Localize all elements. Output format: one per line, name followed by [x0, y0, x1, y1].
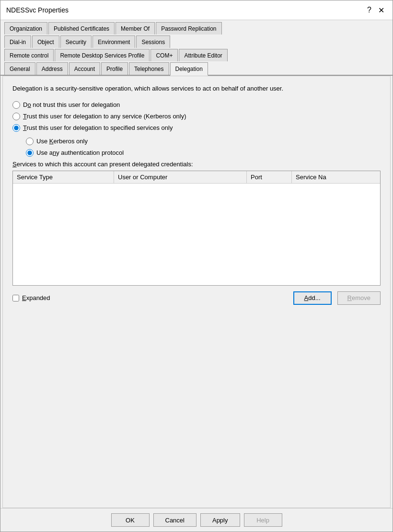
- remove-button-label: Remove: [347, 294, 370, 301]
- tabs-container: Organization Published Certificates Memb…: [0, 20, 393, 76]
- tab-remote-control[interactable]: Remote control: [4, 49, 54, 61]
- radio-do-not-trust[interactable]: Do not trust this user for delegation: [12, 101, 381, 109]
- radio-trust-specified[interactable]: Trust this user for delegation to specif…: [12, 124, 381, 132]
- title-bar-right: ? ✕: [367, 4, 387, 16]
- apply-button[interactable]: Apply: [200, 513, 240, 527]
- radio-any-auth-label: Use any authentication protocol: [36, 149, 124, 156]
- tab-row-2: Dial-in Object Security Environment Sess…: [4, 35, 389, 48]
- services-label-s: S: [12, 161, 17, 168]
- title-bar-left: NDESSvc Properties: [6, 6, 69, 14]
- remove-button[interactable]: Remove: [337, 291, 381, 305]
- tab-row-4: General Address Account Profile Telephon…: [4, 62, 389, 75]
- sub-radio-group: Use Kerberos only Use any authentication…: [26, 138, 381, 157]
- radio-any-auth-input[interactable]: [26, 149, 34, 157]
- tab-attribute-editor[interactable]: Attribute Editor: [179, 49, 227, 61]
- col-service-type: Service Type: [13, 171, 114, 184]
- col-port: Port: [247, 171, 292, 184]
- tab-account[interactable]: Account: [69, 62, 100, 75]
- radio-trust-any-input[interactable]: [12, 113, 20, 120]
- tab-delegation[interactable]: Delegation: [170, 62, 208, 76]
- table-body: [13, 183, 380, 269]
- tab-row-3: Remote control Remote Desktop Services P…: [4, 49, 389, 61]
- radio-kerberos-only-input[interactable]: [26, 138, 34, 145]
- bottom-controls: Expanded Add... Remove: [12, 291, 381, 305]
- dialog-window: NDESSvc Properties ? ✕ Organization Publ…: [0, 0, 393, 532]
- services-label: Services to which this account can prese…: [12, 161, 381, 168]
- tab-address[interactable]: Address: [36, 62, 68, 75]
- tab-com-plus[interactable]: COM+: [150, 49, 178, 61]
- services-table-wrapper[interactable]: Service Type User or Computer Port Servi…: [12, 171, 381, 286]
- radio-any-auth[interactable]: Use any authentication protocol: [26, 149, 381, 157]
- table-header-row: Service Type User or Computer Port Servi…: [13, 171, 380, 184]
- tab-password-replication[interactable]: Password Replication: [156, 22, 221, 35]
- tab-telephones[interactable]: Telephones: [129, 62, 169, 75]
- radio-do-not-trust-input[interactable]: [12, 101, 20, 109]
- ok-button[interactable]: OK: [111, 513, 150, 527]
- tab-remote-desktop-services-profile[interactable]: Remote Desktop Services Profile: [55, 49, 150, 61]
- radio-kerberos-only[interactable]: Use Kerberos only: [26, 138, 381, 145]
- tab-object[interactable]: Object: [32, 35, 59, 48]
- radio-do-not-trust-label: Do not trust this user for delegation: [23, 101, 120, 108]
- tab-member-of[interactable]: Member Of: [116, 22, 155, 35]
- tab-dial-in[interactable]: Dial-in: [4, 35, 31, 48]
- expanded-checkbox-label[interactable]: Expanded: [12, 294, 50, 301]
- radio-trust-any-label: Trust this user for delegation to any se…: [23, 113, 186, 120]
- radio-trust-specified-label: Trust this user for delegation to specif…: [23, 124, 173, 131]
- title-bar: NDESSvc Properties ? ✕: [0, 0, 393, 20]
- tab-profile[interactable]: Profile: [101, 62, 128, 75]
- table-empty-row: [13, 183, 380, 269]
- tab-environment[interactable]: Environment: [92, 35, 135, 48]
- col-service-name: Service Na: [292, 171, 380, 184]
- help-icon[interactable]: ?: [367, 6, 371, 14]
- add-button-label: Add...: [304, 294, 321, 301]
- tab-security[interactable]: Security: [60, 35, 92, 48]
- radio-trust-specified-input[interactable]: [12, 124, 20, 132]
- radio-kerberos-only-label: Use Kerberos only: [36, 138, 88, 145]
- expanded-label: Expanded: [22, 294, 50, 301]
- tab-published-certificates[interactable]: Published Certificates: [48, 22, 115, 35]
- services-table: Service Type User or Computer Port Servi…: [13, 171, 380, 270]
- cancel-button[interactable]: Cancel: [153, 513, 196, 527]
- col-user-or-computer: User or Computer: [114, 171, 247, 184]
- delegation-radio-group: Do not trust this user for delegation Tr…: [12, 101, 381, 132]
- add-button[interactable]: Add...: [293, 291, 332, 305]
- dialog-footer: OK Cancel Apply Help: [0, 508, 393, 532]
- close-button[interactable]: ✕: [375, 4, 387, 16]
- window-title: NDESSvc Properties: [6, 6, 69, 14]
- tab-organization[interactable]: Organization: [4, 22, 47, 35]
- help-button[interactable]: Help: [244, 513, 282, 527]
- expanded-checkbox[interactable]: [12, 295, 19, 301]
- description-text: Delegation is a security-sensitive opera…: [12, 84, 381, 93]
- tab-content: Delegation is a security-sensitive opera…: [2, 76, 391, 508]
- radio-trust-any[interactable]: Trust this user for delegation to any se…: [12, 113, 381, 120]
- tab-sessions[interactable]: Sessions: [136, 35, 170, 48]
- tab-row-1: Organization Published Certificates Memb…: [4, 22, 389, 35]
- tab-general[interactable]: General: [4, 62, 35, 75]
